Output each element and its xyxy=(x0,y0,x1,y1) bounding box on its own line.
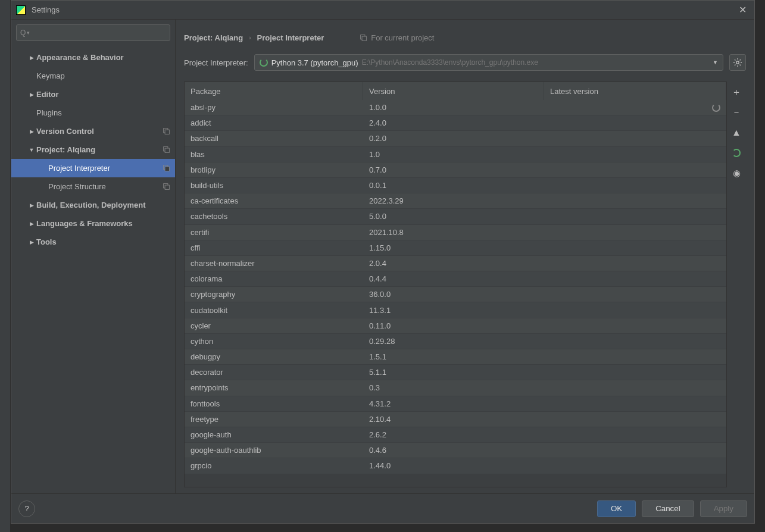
table-row[interactable]: colorama0.4.4 xyxy=(185,271,726,287)
table-row[interactable]: absl-py1.0.0 xyxy=(185,100,726,115)
table-row[interactable]: cython0.29.28 xyxy=(185,334,726,349)
copy-icon xyxy=(163,164,170,172)
cell-package: addict xyxy=(185,118,363,127)
table-row[interactable]: google-auth2.6.2 xyxy=(185,427,726,443)
svg-rect-5 xyxy=(165,167,169,171)
cell-package: backcall xyxy=(185,134,363,143)
table-row[interactable]: blas1.0 xyxy=(185,147,726,162)
header-version[interactable]: Version xyxy=(363,82,544,100)
sidebar-item[interactable]: ▶Version Control xyxy=(11,122,175,140)
table-row[interactable]: cudatoolkit11.3.1 xyxy=(185,302,726,318)
cell-version: 2.6.2 xyxy=(363,430,544,439)
copy-icon xyxy=(163,127,170,135)
cell-version: 0.29.28 xyxy=(363,337,544,346)
table-row[interactable]: certifi2021.10.8 xyxy=(185,225,726,240)
cell-version: 0.2.0 xyxy=(363,134,544,143)
table-row[interactable]: entrypoints0.3 xyxy=(185,380,726,396)
cell-package: cython xyxy=(185,337,363,346)
table-row[interactable]: debugpy1.5.1 xyxy=(185,349,726,365)
cell-package: absl-py xyxy=(185,103,363,112)
titlebar: Settings ✕ xyxy=(11,1,754,20)
sidebar-item[interactable]: Keymap xyxy=(11,67,175,85)
table-row[interactable]: build-utils0.0.1 xyxy=(185,178,726,193)
help-button[interactable]: ? xyxy=(18,500,35,517)
table-row[interactable]: addict2.4.0 xyxy=(185,115,726,131)
sidebar-item[interactable]: Project Structure xyxy=(11,177,175,196)
cell-version: 5.1.1 xyxy=(363,368,544,377)
sidebar-item-label: Languages & Frameworks xyxy=(36,219,170,228)
svg-rect-1 xyxy=(165,130,169,134)
ok-button[interactable]: OK xyxy=(597,500,636,517)
show-early-releases-button[interactable]: ◉ xyxy=(729,166,744,180)
remove-package-button[interactable]: － xyxy=(729,105,744,120)
cell-version: 2.10.4 xyxy=(363,415,544,424)
arrow-right-icon: ▶ xyxy=(27,221,36,227)
editor-background-strip xyxy=(0,0,11,532)
interpreter-name: Python 3.7 (pytorch_gpu) xyxy=(271,58,358,67)
cell-version: 2.4.0 xyxy=(363,118,544,127)
table-row[interactable]: grpcio1.44.0 xyxy=(185,458,726,474)
table-row[interactable]: google-auth-oauthlib0.4.6 xyxy=(185,443,726,458)
table-row[interactable]: cycler0.11.0 xyxy=(185,318,726,334)
search-icon: Q xyxy=(20,29,26,37)
cell-package: debugpy xyxy=(185,352,363,361)
close-button[interactable]: ✕ xyxy=(735,3,750,17)
cell-package: cudatoolkit xyxy=(185,306,363,315)
package-toolbar: ＋ － ▲ ◉ xyxy=(727,82,746,487)
interpreter-path: E:\Python\Anaconda3333\envs\pytorch_gpu\… xyxy=(362,58,538,67)
search-input[interactable]: Q▾ xyxy=(16,24,170,41)
sidebar-item-label: Version Control xyxy=(36,127,163,136)
sidebar-item[interactable]: ▶Appearance & Behavior xyxy=(11,48,175,67)
interpreter-settings-button[interactable] xyxy=(729,54,746,71)
table-row[interactable]: decorator5.1.1 xyxy=(185,365,726,380)
header-package[interactable]: Package xyxy=(185,82,363,100)
sidebar-item[interactable]: Project Interpreter xyxy=(11,159,175,177)
table-row[interactable]: ca-certificates2022.3.29 xyxy=(185,193,726,209)
cell-package: grpcio xyxy=(185,461,363,470)
sidebar-item[interactable]: Plugins xyxy=(11,104,175,122)
table-row[interactable]: charset-normalizer2.0.4 xyxy=(185,256,726,271)
table-row[interactable]: cffi1.15.0 xyxy=(185,240,726,256)
cell-version: 1.5.1 xyxy=(363,352,544,361)
cell-package: build-utils xyxy=(185,181,363,190)
sidebar-item[interactable]: ▼Project: AIqiang xyxy=(11,140,175,159)
header-latest[interactable]: Latest version xyxy=(544,82,726,100)
table-row[interactable]: freetype2.10.4 xyxy=(185,412,726,427)
breadcrumb-project[interactable]: Project: AIqiang xyxy=(184,33,243,42)
cell-package: colorama xyxy=(185,274,363,283)
add-package-button[interactable]: ＋ xyxy=(729,85,744,99)
table-row[interactable]: brotlipy0.7.0 xyxy=(185,162,726,178)
dialog-footer: ? OK Cancel Apply xyxy=(11,493,754,523)
sidebar-item[interactable]: ▶Editor xyxy=(11,85,175,104)
table-row[interactable]: fonttools4.31.2 xyxy=(185,396,726,412)
interpreter-dropdown[interactable]: Python 3.7 (pytorch_gpu) E:\Python\Anaco… xyxy=(254,54,723,71)
cell-version: 0.7.0 xyxy=(363,165,544,174)
settings-sidebar: Q▾ ▶Appearance & BehaviorKeymap▶EditorPl… xyxy=(11,20,176,493)
chevron-right-icon: › xyxy=(249,35,251,41)
svg-point-10 xyxy=(736,61,739,64)
table-row[interactable]: cryptography36.0.0 xyxy=(185,287,726,302)
table-row[interactable]: backcall0.2.0 xyxy=(185,131,726,146)
cell-package: brotlipy xyxy=(185,165,363,174)
cancel-button[interactable]: Cancel xyxy=(642,500,694,517)
copy-icon xyxy=(360,34,367,42)
svg-rect-9 xyxy=(362,36,366,40)
svg-rect-7 xyxy=(165,185,169,189)
sidebar-item[interactable]: ▶Build, Execution, Deployment xyxy=(11,196,175,214)
table-row[interactable]: cachetools5.0.0 xyxy=(185,209,726,224)
cell-version: 2021.10.8 xyxy=(363,228,544,237)
upgrade-package-button[interactable]: ▲ xyxy=(729,126,744,140)
arrow-down-icon: ▼ xyxy=(27,147,36,153)
cell-version: 0.11.0 xyxy=(363,321,544,330)
cell-package: blas xyxy=(185,150,363,159)
cell-package: entrypoints xyxy=(185,383,363,392)
arrow-right-icon: ▶ xyxy=(27,92,36,98)
sidebar-item[interactable]: ▶Tools xyxy=(11,233,175,251)
arrow-right-icon: ▶ xyxy=(27,129,36,134)
apply-button[interactable]: Apply xyxy=(700,500,747,517)
copy-icon xyxy=(163,146,170,154)
cell-package: ca-certificates xyxy=(185,196,363,205)
refresh-button[interactable] xyxy=(729,146,744,160)
copy-icon xyxy=(163,183,170,190)
sidebar-item[interactable]: ▶Languages & Frameworks xyxy=(11,214,175,233)
